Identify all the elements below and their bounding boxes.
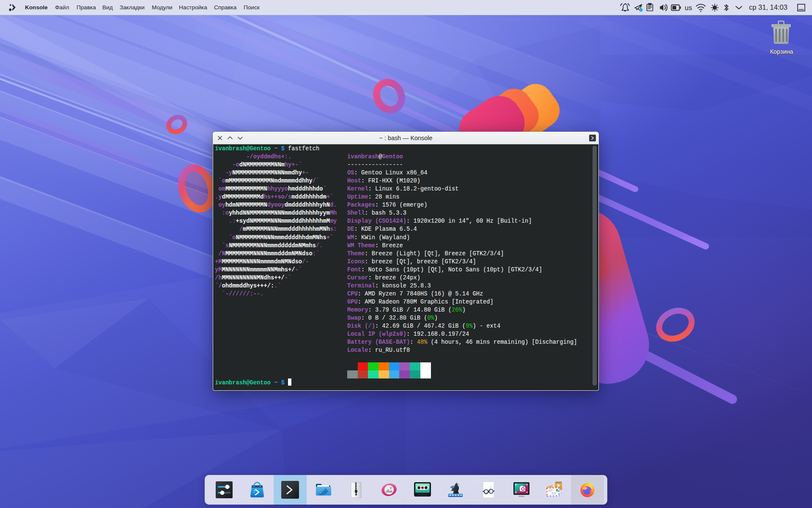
svg-text:us: us	[685, 4, 692, 11]
